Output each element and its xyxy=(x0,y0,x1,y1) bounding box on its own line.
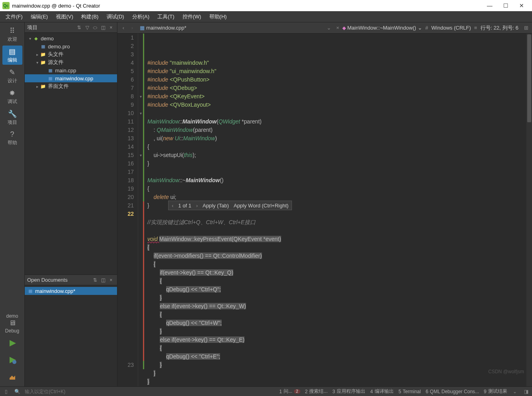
code-line[interactable]: #include <QPushButton> xyxy=(147,76,532,84)
code-line[interactable]: MainWindow::~MainWindow() xyxy=(147,176,532,185)
encoding-label[interactable]: Windows (CRLF) xyxy=(431,25,471,31)
output-tab[interactable]: 3应用程序输出 xyxy=(332,388,365,395)
menu-item[interactable]: 文件(F) xyxy=(2,12,27,22)
chevron-icon[interactable]: ▸ xyxy=(34,52,40,57)
hash-icon[interactable]: # xyxy=(425,25,428,31)
code-line[interactable]: #include "ui_mainwindow.h" xyxy=(147,67,532,76)
tree-item[interactable]: ▸📁界面文件 xyxy=(25,82,117,90)
close-file-button[interactable]: × xyxy=(333,24,342,32)
split-icon[interactable]: ◫ xyxy=(99,277,107,284)
code-line[interactable]: //实现按键过滤Ctrl+Q、Ctrl+W、Ctrl+E接口 xyxy=(147,218,532,227)
code-line[interactable]: , ui(new Ui::MainWindow) xyxy=(147,134,532,143)
apply-word-button[interactable]: Apply Word (Ctrl+Right) xyxy=(234,201,288,210)
menu-item[interactable]: 帮助(H) xyxy=(205,12,231,22)
chevron-icon[interactable]: ▾ xyxy=(34,60,40,65)
code-line[interactable]: { xyxy=(147,243,532,252)
mode-button[interactable]: ▤编辑 xyxy=(2,46,22,65)
build-button[interactable] xyxy=(4,370,20,384)
sort-icon[interactable]: ⇅ xyxy=(75,24,83,31)
locator-input[interactable] xyxy=(25,389,85,394)
mode-button[interactable]: ?帮助 xyxy=(2,129,22,148)
open-docs-list[interactable]: ▦mainwindow.cpp* xyxy=(25,285,117,386)
nav-back-button[interactable]: ‹ xyxy=(119,24,128,32)
code-line[interactable]: } xyxy=(147,361,532,369)
mode-button[interactable]: 🔧项目 xyxy=(2,108,22,127)
code-line[interactable]: { xyxy=(147,277,532,285)
run-debug-button[interactable] xyxy=(4,353,20,367)
vertical-scrollbar[interactable] xyxy=(526,34,532,386)
code-line[interactable] xyxy=(147,227,532,235)
code-line[interactable]: #include <QVBoxLayout> xyxy=(147,101,532,109)
symbol-selector[interactable]: ◆ MainWindow::~MainWindow() ⌄ xyxy=(342,25,422,31)
menu-item[interactable]: 编辑(E) xyxy=(27,12,52,22)
menu-item[interactable]: 构建(B) xyxy=(77,12,102,22)
code-line[interactable]: #include <QDebug> xyxy=(147,84,532,92)
panel-toggle-icon[interactable]: ◨ xyxy=(522,389,530,394)
fold-column[interactable]: ▾▾▾ xyxy=(138,34,143,386)
code-line[interactable]: if(event->key() == Qt::Key_Q) xyxy=(147,269,532,277)
suggest-prev-icon[interactable]: ‹ xyxy=(172,201,173,210)
output-tab[interactable]: 5Terminal xyxy=(399,389,421,394)
scrollbar-thumb[interactable] xyxy=(527,34,531,122)
code-line[interactable]: : QMainWindow(parent) xyxy=(147,126,532,134)
code-line[interactable]: } xyxy=(147,327,532,336)
code-line[interactable]: if(event->modifiers() == Qt::ControlModi… xyxy=(147,252,532,260)
mode-button[interactable]: ⠿欢迎 xyxy=(2,25,22,44)
code-line[interactable]: else if(event->key() == Qt::Key_E) xyxy=(147,336,532,344)
code-lines[interactable]: ‹ 1 of 1 › Apply (Tab) Apply Word (Ctrl+… xyxy=(144,34,532,386)
code-line[interactable]: } xyxy=(147,369,532,378)
tree-item[interactable]: ▾📁源文件 xyxy=(25,58,117,66)
sort-icon[interactable]: ⇅ xyxy=(91,277,99,284)
code-line[interactable] xyxy=(147,109,532,117)
file-dropdown-icon[interactable]: ⌄ xyxy=(325,24,333,32)
code-line[interactable]: MainWindow::MainWindow(QWidget *parent) xyxy=(147,117,532,126)
code-line[interactable]: qDebug() << "Ctrl+Q"; xyxy=(147,285,532,294)
code-line[interactable]: delete ui; xyxy=(147,193,532,201)
tree-item[interactable]: ▦mainwindow.cpp xyxy=(25,74,117,82)
kit-selector[interactable]: demo 🖥 Debug xyxy=(2,312,22,334)
chevron-icon[interactable]: ▾ xyxy=(27,36,33,41)
maximize-button[interactable]: ☐ xyxy=(498,0,514,11)
menu-item[interactable]: 控件(W) xyxy=(179,12,205,22)
code-line[interactable]: { xyxy=(147,185,532,193)
menu-item[interactable]: 调试(D) xyxy=(103,12,128,22)
code-line[interactable] xyxy=(147,386,532,386)
output-tab[interactable]: 4编译输出 xyxy=(370,388,394,395)
output-tab[interactable]: 9测试结果 xyxy=(484,388,507,395)
apply-tab-button[interactable]: Apply (Tab) xyxy=(202,201,229,210)
code-line[interactable]: else if(event->key() == Qt::Key_W) xyxy=(147,302,532,310)
code-line[interactable] xyxy=(147,168,532,176)
split-icon[interactable]: ◫ xyxy=(99,24,107,31)
menu-item[interactable]: 分析(A) xyxy=(128,12,153,22)
panel-close-icon[interactable]: × xyxy=(107,277,115,284)
output-tab[interactable]: 6QML Debugger Cons... xyxy=(426,389,479,394)
output-pane-icon[interactable]: ▯ xyxy=(2,389,10,394)
close-button[interactable]: ✕ xyxy=(514,0,530,11)
code-line[interactable]: } xyxy=(147,378,532,386)
project-tree[interactable]: ▾◆demo▦demo.pro▸📁头文件▾📁源文件▦main.cpp▦mainw… xyxy=(25,33,117,275)
link-icon[interactable]: ⬭ xyxy=(91,24,99,31)
code-editor[interactable]: 1234567891011121314151617181920212223 ▾▾… xyxy=(117,34,532,386)
run-button[interactable] xyxy=(4,336,20,350)
output-tab[interactable]: 1问...2 xyxy=(279,388,300,395)
code-line[interactable]: } xyxy=(147,159,532,168)
menu-item[interactable]: 工具(T) xyxy=(153,12,179,22)
tree-item[interactable]: ▸📁头文件 xyxy=(25,50,117,58)
file-selector[interactable]: ▦ mainwindow.cpp* xyxy=(140,25,186,31)
output-tab[interactable]: 2搜索结... xyxy=(305,388,328,395)
mode-button[interactable]: ✎设计 xyxy=(2,66,22,86)
code-line[interactable] xyxy=(147,210,532,218)
tree-item[interactable]: ▾◆demo xyxy=(25,34,117,42)
code-line[interactable]: } xyxy=(147,294,532,302)
tree-item[interactable]: ▦main.cpp xyxy=(25,66,117,74)
split-editor-icon[interactable]: ⊞ xyxy=(522,24,530,32)
open-doc-item[interactable]: ▦mainwindow.cpp* xyxy=(25,287,117,295)
tree-item[interactable]: ▦demo.pro xyxy=(25,42,117,50)
panel-close-icon[interactable]: × xyxy=(107,24,115,31)
code-line[interactable]: qDebug() << "Ctrl+E"; xyxy=(147,352,532,361)
minimize-button[interactable]: — xyxy=(482,0,498,11)
code-line[interactable]: #include "mainwindow.h" xyxy=(147,59,532,67)
mode-button[interactable]: ✸调试 xyxy=(2,87,22,106)
code-line[interactable]: { xyxy=(147,310,532,319)
code-line[interactable]: { xyxy=(147,260,532,269)
